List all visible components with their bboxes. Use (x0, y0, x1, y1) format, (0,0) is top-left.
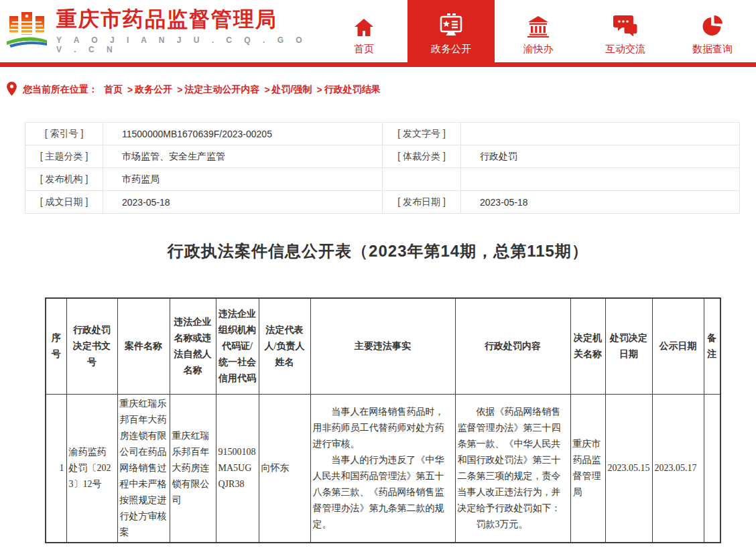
meta-label-doc-no: [ 发文字号 ] (383, 123, 461, 145)
home-icon (353, 12, 375, 38)
nav-item-yukuaiban[interactable]: 渝快办 (495, 0, 582, 62)
nav-item-interact[interactable]: 互动交流 (582, 0, 669, 62)
site-header: 重庆市药品监督管理局 Y A O J I A N J U . C Q . G O… (0, 0, 756, 62)
site-logo-icon (5, 9, 48, 54)
cell-decision-no: 渝药监药处罚〔2023〕12号 (66, 394, 117, 543)
main-nav: 首页 政务公开 (320, 0, 756, 62)
bank-icon (526, 12, 550, 38)
meta-value-empty (461, 168, 740, 191)
location-pin-icon (7, 82, 17, 98)
cell-authority: 重庆市药品监督管理局 (570, 394, 605, 543)
page-title: 行政执法案件信息公开表（2023年第14期，总第115期） (0, 240, 756, 262)
cell-company: 重庆红瑞乐邦百年大药房连锁有限公司 (170, 394, 216, 543)
site-title: 重庆市药品监督管理局 (56, 8, 320, 31)
site-logo-link[interactable]: 重庆市药品监督管理局 Y A O J I A N J U . C Q . G O… (5, 0, 320, 62)
case-table-header-row: 序号 行政处罚决定书文号 案件名称 违法企业名称或违法自然人名称 违法企业组织机… (46, 298, 720, 394)
breadcrumb-item-penalty[interactable]: 处罚/强制 (272, 84, 312, 96)
nav-label: 渝快办 (523, 44, 554, 54)
gov-open-icon (438, 12, 464, 38)
pie-icon (701, 12, 724, 38)
breadcrumb-item-home[interactable]: 首页 (104, 84, 123, 96)
breadcrumb-prefix: 您当前所在位置： (23, 84, 98, 96)
nav-item-gov-open[interactable]: 政务公开 (407, 0, 495, 62)
meta-value-doc-no (461, 123, 740, 145)
breadcrumb-separator: > (316, 84, 322, 95)
cell-facts: 当事人在网络销售药品时，用非药师员工代替药师对处方药进行审核。 当事人的行为违反… (310, 394, 455, 543)
case-table-row: 1 渝药监药处罚〔2023〕12号 重庆红瑞乐邦百年大药房连锁有限公司在药品网络… (46, 394, 720, 543)
col-header-remark: 备注 (704, 298, 720, 394)
meta-value-publish-date: 2023-05-18 (461, 191, 740, 214)
meta-value-genre: 行政处罚 (461, 145, 740, 168)
cell-legal-rep: 向怀东 (259, 394, 310, 543)
breadcrumb-separator: > (264, 84, 269, 95)
chat-icon (613, 12, 638, 38)
breadcrumb-trail: 首页 > 政务公开 > 法定主动公开内容 > 处罚/强制 > 行政处罚结果 (104, 84, 381, 96)
col-header-company: 违法企业名称或违法自然人名称 (170, 298, 216, 394)
meta-label-publish-date: [ 发布日期 ] (383, 191, 461, 214)
penalty-paragraph-1: 依据《药品网络销售监督管理办法》第三十四条第一款、《中华人民共和国行政处罚法》第… (458, 404, 568, 517)
nav-label: 互动交流 (605, 44, 645, 54)
col-header-seq: 序号 (46, 298, 66, 394)
col-header-authority: 决定机关名称 (570, 298, 605, 394)
nav-label: 政务公开 (431, 44, 471, 54)
meta-value-topic: 市场监管、安全生产监管 (103, 145, 383, 168)
meta-label-empty (383, 168, 461, 191)
case-info-table: 序号 行政处罚决定书文号 案件名称 违法企业名称或违法自然人名称 违法企业组织机… (45, 297, 721, 543)
col-header-penalty: 行政处罚内容 (455, 298, 570, 394)
site-url: Y A O J I A N J U . C Q . G O V . C N (56, 36, 320, 54)
meta-row: [ 成文日期 ] 2023-05-18 [ 发布日期 ] 2023-05-18 (25, 191, 740, 214)
cell-publish-date: 2023.05.17 (652, 394, 704, 543)
meta-row: [ 索引号 ] 11500000MB1670639F/2023-00205 [ … (25, 123, 740, 145)
cell-credit-code: 91500108MA5UGQJR38 (216, 394, 259, 543)
col-header-facts: 主要违法事实 (310, 298, 455, 394)
meta-label-genre: [ 体裁分类 ] (383, 145, 461, 168)
facts-paragraph-2: 当事人的行为违反了《中华人民共和国药品管理法》第五十八条第三款、《药品网络销售监… (313, 452, 453, 533)
document-meta-table: [ 索引号 ] 11500000MB1670639F/2023-00205 [ … (25, 122, 740, 214)
meta-value-written-date: 2023-05-18 (103, 191, 383, 214)
cell-penalty: 依据《药品网络销售监督管理办法》第三十四条第一款、《中华人民共和国行政处罚法》第… (455, 394, 570, 543)
breadcrumb-item-statutory[interactable]: 法定主动公开内容 (184, 84, 259, 96)
cell-case-name: 重庆红瑞乐邦百年大药房连锁有限公司在药品网络销售过程中未严格按照规定进行处方审核… (117, 394, 170, 543)
breadcrumb-separator: > (177, 84, 182, 95)
header-divider-bar (0, 62, 756, 67)
meta-label-written-date: [ 成文日期 ] (25, 191, 103, 214)
penalty-paragraph-2: 罚款3万元。 (458, 517, 568, 533)
meta-label-index-no: [ 索引号 ] (25, 123, 103, 145)
nav-item-home[interactable]: 首页 (320, 0, 407, 62)
breadcrumb-item-penalty-results[interactable]: 行政处罚结果 (324, 84, 381, 96)
cell-seq: 1 (46, 394, 66, 543)
breadcrumb-item-gov-open[interactable]: 政务公开 (135, 84, 172, 96)
meta-label-issuer: [ 发布机构 ] (25, 168, 103, 191)
col-header-decision-no: 行政处罚决定书文号 (66, 298, 117, 394)
meta-value-issuer: 市药监局 (103, 168, 383, 191)
col-header-case-name: 案件名称 (117, 298, 170, 394)
cell-remark (704, 394, 720, 543)
nav-item-data-query[interactable]: 数据查询 (669, 0, 756, 62)
breadcrumb-separator: > (127, 84, 133, 95)
col-header-credit-code: 违法企业组织机构代码证/统一社会信用代码 (216, 298, 259, 394)
cell-decision-date: 2023.05.15 (605, 394, 652, 543)
facts-paragraph-1: 当事人在网络销售药品时，用非药师员工代替药师对处方药进行审核。 (313, 404, 453, 452)
col-header-legal-rep: 法定代表人/负责人姓名 (259, 298, 310, 394)
meta-row: [ 主题分类 ] 市场监管、安全生产监管 [ 体裁分类 ] 行政处罚 (25, 145, 740, 168)
nav-label: 首页 (354, 44, 374, 54)
col-header-publish-date: 公示日期 (652, 298, 704, 394)
meta-row: [ 发布机构 ] 市药监局 (25, 168, 740, 191)
meta-label-topic: [ 主题分类 ] (25, 145, 103, 168)
col-header-decision-date: 处罚决定日期 (605, 298, 652, 394)
nav-label: 数据查询 (692, 44, 733, 54)
breadcrumb: 您当前所在位置： 首页 > 政务公开 > 法定主动公开内容 > 处罚/强制 > … (0, 67, 756, 105)
meta-value-index-no: 11500000MB1670639F/2023-00205 (103, 123, 383, 145)
